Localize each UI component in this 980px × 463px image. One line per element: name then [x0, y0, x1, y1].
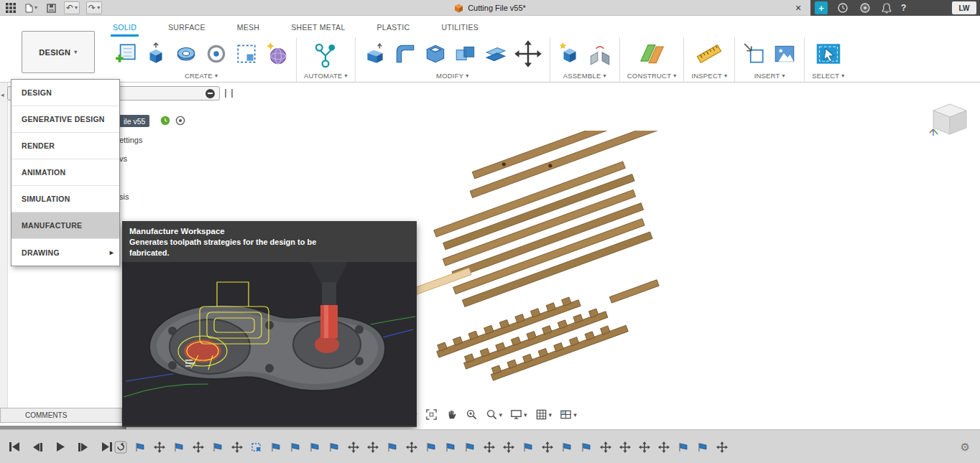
browser-item-named-views[interactable]: vs [119, 154, 127, 163]
fillet-icon[interactable] [393, 42, 417, 66]
save-button[interactable] [45, 1, 57, 14]
skip-to-start-button[interactable] [7, 440, 22, 454]
timeline-feature-sketch-icon[interactable] [676, 440, 690, 454]
move-copy-icon[interactable] [514, 39, 542, 68]
version-clock-icon[interactable] [160, 116, 170, 126]
modify-group-label[interactable]: MODIFY ▾ [436, 72, 468, 82]
canvas-image-icon[interactable] [772, 42, 797, 66]
construct-plane-icon[interactable] [637, 39, 666, 68]
combine-icon[interactable] [453, 42, 478, 66]
close-icon[interactable]: × [790, 0, 806, 16]
timeline-feature-sketch-icon[interactable] [385, 440, 399, 454]
automate-group-label[interactable]: AUTOMATE ▾ [304, 72, 348, 82]
timeline-feature-sketch-icon[interactable] [443, 440, 458, 454]
viewports-icon[interactable]: ▾ [560, 408, 577, 421]
timeline-feature-move-icon[interactable] [637, 440, 652, 454]
timeline-settings-gear-icon[interactable]: ⚙ [961, 430, 970, 463]
timeline-feature-sketch-icon[interactable] [327, 440, 341, 454]
timeline-feature-move-icon[interactable] [598, 440, 613, 454]
menu-item-render[interactable]: RENDER [11, 133, 119, 159]
timeline-feature-pattern-icon[interactable] [249, 440, 264, 454]
insert-derive-icon[interactable] [742, 42, 767, 66]
extrude-icon[interactable] [144, 42, 168, 66]
step-forward-button[interactable] [76, 440, 91, 454]
view-cube[interactable] [928, 100, 971, 141]
timeline-feature-move-icon[interactable] [715, 440, 729, 454]
press-pull-icon[interactable] [363, 42, 387, 66]
menu-item-animation[interactable]: ANIMATION [11, 159, 119, 186]
create-sketch-icon[interactable] [114, 42, 138, 66]
fit-view-icon[interactable] [425, 408, 438, 421]
timeline-feature-move-icon[interactable] [191, 440, 205, 454]
tab-surface[interactable]: SURFACE [166, 23, 208, 37]
notification-center-button[interactable] [858, 1, 872, 14]
timeline-feature-sketch-icon[interactable] [463, 440, 477, 454]
timeline-feature-sketch-icon[interactable] [308, 440, 322, 454]
browser-item-analysis[interactable]: sis [119, 192, 129, 201]
browser-collapse-icon[interactable]: ◂ [1, 91, 4, 98]
timeline-feature-move-icon[interactable] [152, 440, 167, 454]
timeline-feature-move-icon[interactable] [405, 440, 419, 454]
offset-face-icon[interactable] [484, 42, 508, 66]
circle-minus-icon[interactable] [205, 89, 215, 98]
create-form-icon[interactable] [264, 42, 289, 66]
joint-icon[interactable] [588, 42, 612, 66]
timeline-feature-move-icon[interactable] [501, 440, 516, 454]
assemble-group-label[interactable]: ASSEMBLE ▾ [563, 72, 606, 82]
skip-to-end-button[interactable] [99, 440, 114, 454]
timeline-feature-return-icon[interactable] [114, 440, 128, 454]
shell-icon[interactable] [423, 42, 448, 66]
tab-solid[interactable]: SOLID [111, 23, 139, 37]
tab-bar-grip[interactable] [225, 89, 233, 98]
target-icon[interactable] [175, 116, 185, 126]
automate-icon[interactable] [311, 39, 340, 68]
timeline-feature-move-icon[interactable] [482, 440, 496, 454]
display-settings-icon[interactable]: ▾ [510, 408, 527, 421]
wood-parts-model[interactable] [399, 131, 708, 389]
insert-group-label[interactable]: INSERT ▾ [754, 72, 785, 82]
zoom-window-icon[interactable]: ▾ [486, 408, 503, 421]
avatar[interactable]: LW [952, 1, 976, 14]
zoom-icon[interactable] [466, 408, 478, 421]
app-grid-menu-button[interactable] [4, 1, 17, 14]
tab-mesh[interactable]: MESH [235, 23, 262, 37]
derive-icon[interactable] [234, 42, 259, 66]
select-group-label[interactable]: SELECT ▾ [812, 72, 844, 82]
file-menu-button[interactable]: ▾ [24, 1, 39, 14]
timeline-feature-sketch-icon[interactable] [133, 440, 147, 454]
measure-icon[interactable] [695, 39, 724, 68]
browser-item-document-settings[interactable]: ettings [119, 136, 142, 144]
timeline-feature-sketch-icon[interactable] [695, 440, 710, 454]
help-icon[interactable]: ? [901, 3, 906, 13]
new-tab-button[interactable]: + [815, 1, 828, 14]
notifications-button[interactable] [880, 1, 893, 14]
timeline-feature-move-icon[interactable] [618, 440, 632, 454]
job-status-button[interactable] [836, 1, 850, 14]
select-icon[interactable] [814, 39, 843, 68]
inspect-group-label[interactable]: INSPECT ▾ [691, 72, 727, 82]
new-component-icon[interactable] [558, 42, 582, 66]
timeline-feature-sketch-icon[interactable] [288, 440, 302, 454]
pan-hand-icon[interactable] [445, 408, 458, 421]
construct-group-label[interactable]: CONSTRUCT ▾ [627, 72, 677, 82]
timeline-feature-move-icon[interactable] [366, 440, 380, 454]
menu-item-simulation[interactable]: SIMULATION [11, 186, 119, 212]
timeline-feature-sketch-icon[interactable] [560, 440, 574, 454]
create-group-label[interactable]: CREATE ▾ [185, 72, 218, 82]
tab-plastic[interactable]: PLASTIC [375, 23, 412, 37]
timeline-feature-move-icon[interactable] [346, 440, 361, 454]
browser-root-badge[interactable]: ile v55 [119, 115, 149, 127]
timeline-feature-move-icon[interactable] [657, 440, 671, 454]
coil-icon[interactable] [204, 42, 228, 66]
timeline-feature-sketch-icon[interactable] [211, 440, 225, 454]
menu-item-design[interactable]: DESIGN [11, 80, 119, 106]
tab-sheet-metal[interactable]: SHEET METAL [289, 23, 347, 37]
timeline-feature-sketch-icon[interactable] [269, 440, 283, 454]
undo-button[interactable]: ↶ ▾ [64, 1, 80, 14]
timeline-feature-sketch-icon[interactable] [521, 440, 535, 454]
timeline-feature-sketch-icon[interactable] [579, 440, 593, 454]
timeline-feature-move-icon[interactable] [540, 440, 555, 454]
redo-button[interactable]: ↷ ▾ [86, 1, 102, 14]
revolve-icon[interactable] [174, 42, 198, 66]
play-button[interactable] [53, 440, 68, 454]
